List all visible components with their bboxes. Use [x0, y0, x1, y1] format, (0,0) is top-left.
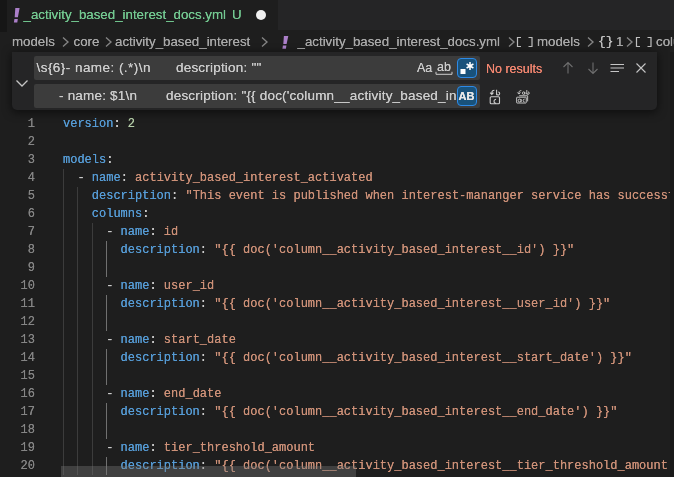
- svg-text:ab: ab: [437, 60, 451, 74]
